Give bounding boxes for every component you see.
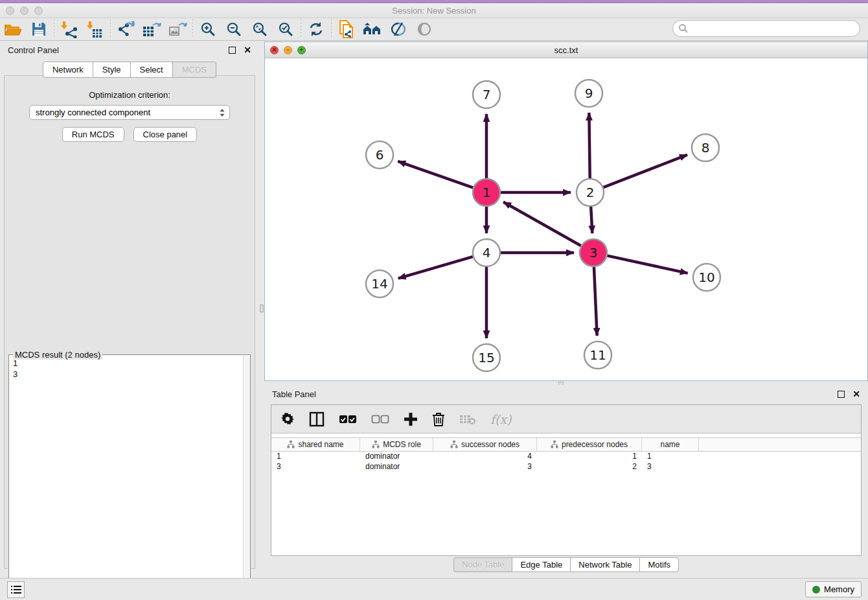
deselect-all-icon[interactable]	[371, 415, 389, 424]
graph-node-label: 1	[483, 185, 491, 200]
table-toolbar: f(x)	[271, 405, 861, 433]
control-panel-title: Control Panel	[8, 45, 229, 55]
table-tabs: Node TableEdge TableNetwork TableMotifs	[264, 557, 868, 572]
network-canvas[interactable]: 7968124314101511	[265, 58, 867, 380]
tab-network-table[interactable]: Network Table	[571, 557, 640, 572]
column-header-successor-nodes[interactable]: successor nodes	[433, 438, 537, 451]
zoom-selected-icon[interactable]	[273, 19, 299, 39]
node-table-container: f(x) shared nameMCDS rolesuccessor nodes…	[271, 404, 862, 556]
export-table-icon[interactable]	[139, 19, 165, 39]
vertical-splitter[interactable]	[259, 41, 264, 578]
export-network-icon[interactable]	[113, 19, 139, 39]
table-cell[interactable]: dominator	[360, 452, 433, 462]
column-layout-icon[interactable]	[309, 411, 325, 427]
table-row[interactable]: 1dominator411	[271, 452, 861, 462]
node-table: shared nameMCDS rolesuccessor nodesprede…	[271, 433, 861, 555]
first-neighbors-icon[interactable]	[360, 19, 385, 39]
tab-select[interactable]: Select	[131, 62, 173, 78]
show-panels-button[interactable]	[7, 581, 25, 598]
graph-edge-4-14[interactable]	[398, 257, 473, 278]
network-graph[interactable]: 7968124314101511	[265, 58, 867, 380]
column-header-predecessor-nodes[interactable]: predecessor nodes	[537, 438, 642, 451]
import-table-icon[interactable]	[82, 19, 108, 39]
save-session-icon[interactable]	[26, 19, 52, 39]
table-row[interactable]: 3dominator323	[271, 462, 861, 472]
tab-edge-table[interactable]: Edge Table	[512, 557, 571, 572]
close-panel-button[interactable]: Close panel	[133, 127, 198, 142]
graph-edge-2-8[interactable]	[604, 155, 688, 187]
mcds-result-text[interactable]: 13	[9, 356, 243, 600]
table-cell[interactable]: 2	[537, 462, 642, 472]
graph-node-label: 11	[589, 347, 606, 363]
column-header-shared-name[interactable]: shared name	[271, 438, 360, 451]
graph-edge-3-1[interactable]	[503, 202, 581, 246]
graph-node-label: 2	[586, 185, 595, 200]
graph-edge-3-11[interactable]	[594, 267, 597, 336]
control-panel: Control Panel ✕ NetworkStyleSelectMCDS O…	[0, 41, 259, 578]
window-titlebar: Session: New Session	[0, 3, 868, 18]
tab-node-table[interactable]: Node Table	[453, 557, 513, 572]
network-window: ✕ − + scc.txt 7968124314101511	[264, 41, 868, 381]
mcds-result-line: 3	[13, 369, 239, 380]
table-cell[interactable]: 3	[433, 462, 537, 472]
zoom-out-icon[interactable]	[221, 19, 247, 39]
column-header-name[interactable]: name	[642, 438, 699, 451]
tab-mcds[interactable]: MCDS	[173, 62, 216, 78]
table-cell[interactable]: 3	[642, 462, 699, 472]
table-cell[interactable]: 1	[642, 452, 699, 462]
table-cell[interactable]: 3	[271, 462, 360, 472]
run-mcds-button[interactable]: Run MCDS	[62, 127, 124, 142]
hide-selected-icon[interactable]	[385, 19, 411, 39]
status-bar: Memory	[0, 578, 868, 600]
graph-edge-1-6[interactable]	[398, 161, 473, 188]
graph-edge-3-10[interactable]	[607, 256, 687, 273]
splitter-grip[interactable]	[260, 305, 264, 312]
network-window-titlebar[interactable]: ✕ − + scc.txt	[265, 42, 867, 58]
graph-node-label: 6	[376, 147, 384, 163]
export-image-icon[interactable]	[165, 19, 190, 39]
memory-button[interactable]: Memory	[805, 581, 862, 597]
tab-network[interactable]: Network	[43, 62, 93, 78]
close-panel-icon[interactable]: ✕	[852, 389, 860, 399]
graph-edge-2-9[interactable]	[589, 113, 589, 178]
memory-status-icon	[812, 586, 820, 594]
hierarchy-icon	[287, 441, 295, 448]
show-all-icon[interactable]	[411, 19, 437, 39]
table-cell[interactable]: dominator	[360, 462, 433, 472]
search-input[interactable]	[689, 24, 860, 34]
float-panel-icon[interactable]	[229, 47, 236, 54]
mcds-result-scrollbar[interactable]	[243, 356, 250, 600]
toolbar-separator	[54, 19, 54, 39]
import-network-icon[interactable]	[56, 19, 82, 39]
mcds-panel: Optimization criterion: strongly connect…	[4, 75, 255, 569]
table-cell[interactable]: 4	[433, 452, 537, 462]
toolbar-separator	[110, 19, 111, 39]
open-file-icon[interactable]	[0, 19, 26, 39]
gear-icon[interactable]	[280, 412, 295, 426]
tab-motifs[interactable]: Motifs	[640, 557, 679, 572]
delete-table-icon[interactable]	[459, 413, 476, 425]
float-panel-icon[interactable]	[838, 391, 845, 398]
zoom-in-icon[interactable]	[195, 19, 221, 39]
optimization-criterion-select[interactable]: strongly connected component	[29, 105, 230, 120]
toolbar-separator	[192, 19, 193, 39]
table-cell[interactable]: 1	[271, 452, 360, 462]
table-header-row: shared nameMCDS rolesuccessor nodesprede…	[271, 437, 861, 452]
graph-edge-2-3[interactable]	[591, 207, 592, 233]
column-header-MCDS-role[interactable]: MCDS role	[360, 438, 433, 451]
toolbar-separator	[301, 19, 301, 39]
graph-node-label: 8	[702, 140, 710, 156]
graph-node-label: 3	[589, 245, 598, 260]
tab-style[interactable]: Style	[93, 62, 131, 78]
delete-icon[interactable]	[432, 411, 445, 427]
close-panel-icon[interactable]: ✕	[244, 45, 251, 55]
function-builder-icon[interactable]: f(x)	[490, 412, 512, 426]
table-cell[interactable]: 1	[537, 452, 642, 462]
graph-node-label: 14	[371, 276, 387, 292]
select-all-icon[interactable]	[339, 415, 357, 424]
search-box[interactable]	[672, 20, 860, 37]
clone-network-icon[interactable]	[334, 19, 360, 39]
add-column-icon[interactable]	[404, 412, 418, 426]
fit-content-icon[interactable]	[247, 19, 273, 39]
refresh-icon[interactable]	[303, 19, 329, 39]
